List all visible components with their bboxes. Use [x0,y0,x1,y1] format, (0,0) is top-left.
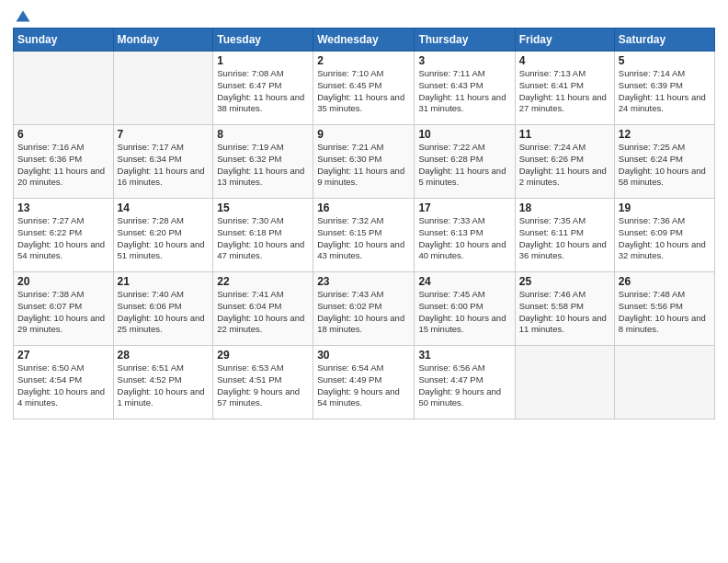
day-info: Sunrise: 7:13 AM Sunset: 6:41 PM Dayligh… [519,68,610,115]
day-number: 7 [118,128,210,141]
calendar-cell: 6Sunrise: 7:16 AM Sunset: 6:36 PM Daylig… [14,125,114,199]
calendar-cell [14,52,114,125]
calendar-cell: 9Sunrise: 7:21 AM Sunset: 6:30 PM Daylig… [313,125,415,199]
day-info: Sunrise: 7:11 AM Sunset: 6:43 PM Dayligh… [418,68,510,115]
day-info: Sunrise: 7:46 AM Sunset: 5:58 PM Dayligh… [519,289,610,336]
calendar-cell: 31Sunrise: 6:56 AM Sunset: 4:47 PM Dayli… [415,346,515,419]
day-number: 30 [317,349,410,362]
day-info: Sunrise: 7:43 AM Sunset: 6:02 PM Dayligh… [317,289,410,336]
calendar-header-thursday: Thursday [415,29,515,52]
day-number: 10 [418,128,510,141]
calendar-cell [614,346,714,419]
day-info: Sunrise: 7:10 AM Sunset: 6:45 PM Dayligh… [317,68,410,115]
day-info: Sunrise: 7:16 AM Sunset: 6:36 PM Dayligh… [17,142,109,189]
day-info: Sunrise: 7:32 AM Sunset: 6:15 PM Dayligh… [317,215,410,262]
day-info: Sunrise: 7:35 AM Sunset: 6:11 PM Dayligh… [519,215,610,262]
day-number: 1 [217,54,309,67]
day-number: 18 [519,201,610,214]
day-info: Sunrise: 7:36 AM Sunset: 6:09 PM Dayligh… [619,215,711,262]
day-info: Sunrise: 7:24 AM Sunset: 6:26 PM Dayligh… [519,142,610,189]
calendar: SundayMondayTuesdayWednesdayThursdayFrid… [13,28,715,419]
day-number: 16 [317,201,410,214]
day-info: Sunrise: 7:14 AM Sunset: 6:39 PM Dayligh… [619,68,711,115]
calendar-cell [515,346,614,419]
day-number: 12 [619,128,711,141]
day-number: 20 [17,275,109,288]
day-number: 19 [619,201,711,214]
day-number: 25 [519,275,610,288]
calendar-cell: 13Sunrise: 7:27 AM Sunset: 6:22 PM Dayli… [14,199,114,272]
calendar-cell: 15Sunrise: 7:30 AM Sunset: 6:18 PM Dayli… [213,199,313,272]
calendar-cell: 26Sunrise: 7:48 AM Sunset: 5:56 PM Dayli… [614,272,714,346]
day-info: Sunrise: 7:22 AM Sunset: 6:28 PM Dayligh… [418,142,510,189]
calendar-cell: 19Sunrise: 7:36 AM Sunset: 6:09 PM Dayli… [614,199,714,272]
day-info: Sunrise: 7:40 AM Sunset: 6:06 PM Dayligh… [118,289,210,336]
day-number: 9 [317,128,410,141]
calendar-header-saturday: Saturday [614,29,714,52]
day-number: 24 [418,275,510,288]
calendar-cell: 16Sunrise: 7:32 AM Sunset: 6:15 PM Dayli… [313,199,415,272]
day-info: Sunrise: 6:50 AM Sunset: 4:54 PM Dayligh… [17,362,109,409]
day-number: 2 [317,54,410,67]
calendar-cell: 10Sunrise: 7:22 AM Sunset: 6:28 PM Dayli… [415,125,515,199]
calendar-cell: 5Sunrise: 7:14 AM Sunset: 6:39 PM Daylig… [614,52,714,125]
calendar-cell: 24Sunrise: 7:45 AM Sunset: 6:00 PM Dayli… [415,272,515,346]
day-info: Sunrise: 7:28 AM Sunset: 6:20 PM Dayligh… [118,215,210,262]
day-number: 29 [217,349,309,362]
calendar-cell: 27Sunrise: 6:50 AM Sunset: 4:54 PM Dayli… [14,346,114,419]
day-info: Sunrise: 7:08 AM Sunset: 6:47 PM Dayligh… [217,68,309,115]
day-number: 26 [619,275,711,288]
calendar-cell: 20Sunrise: 7:38 AM Sunset: 6:07 PM Dayli… [14,272,114,346]
calendar-cell: 3Sunrise: 7:11 AM Sunset: 6:43 PM Daylig… [415,52,515,125]
svg-marker-0 [17,11,30,22]
day-info: Sunrise: 7:38 AM Sunset: 6:07 PM Dayligh… [17,289,109,336]
calendar-cell [113,52,213,125]
day-number: 27 [17,349,109,362]
day-info: Sunrise: 6:56 AM Sunset: 4:47 PM Dayligh… [418,362,510,409]
calendar-cell: 23Sunrise: 7:43 AM Sunset: 6:02 PM Dayli… [313,272,415,346]
day-number: 13 [17,201,109,214]
day-info: Sunrise: 6:53 AM Sunset: 4:51 PM Dayligh… [217,362,309,409]
calendar-cell: 18Sunrise: 7:35 AM Sunset: 6:11 PM Dayli… [515,199,614,272]
calendar-cell: 12Sunrise: 7:25 AM Sunset: 6:24 PM Dayli… [614,125,714,199]
calendar-week-1: 1Sunrise: 7:08 AM Sunset: 6:47 PM Daylig… [14,52,715,125]
calendar-cell: 28Sunrise: 6:51 AM Sunset: 4:52 PM Dayli… [113,346,213,419]
calendar-header-row: SundayMondayTuesdayWednesdayThursdayFrid… [14,29,715,52]
calendar-header-monday: Monday [113,29,213,52]
day-number: 31 [418,349,510,362]
calendar-cell: 2Sunrise: 7:10 AM Sunset: 6:45 PM Daylig… [313,52,415,125]
day-number: 15 [217,201,309,214]
day-info: Sunrise: 7:21 AM Sunset: 6:30 PM Dayligh… [317,142,410,189]
calendar-cell: 29Sunrise: 6:53 AM Sunset: 4:51 PM Dayli… [213,346,313,419]
calendar-header-wednesday: Wednesday [313,29,415,52]
day-number: 5 [619,54,711,67]
day-number: 6 [17,128,109,141]
calendar-cell: 17Sunrise: 7:33 AM Sunset: 6:13 PM Dayli… [415,199,515,272]
calendar-cell: 4Sunrise: 7:13 AM Sunset: 6:41 PM Daylig… [515,52,614,125]
calendar-cell: 21Sunrise: 7:40 AM Sunset: 6:06 PM Dayli… [113,272,213,346]
day-info: Sunrise: 7:27 AM Sunset: 6:22 PM Dayligh… [17,215,109,262]
logo-text [13,9,31,26]
day-info: Sunrise: 7:41 AM Sunset: 6:04 PM Dayligh… [217,289,309,336]
day-info: Sunrise: 7:48 AM Sunset: 5:56 PM Dayligh… [619,289,711,336]
day-number: 8 [217,128,309,141]
day-info: Sunrise: 7:17 AM Sunset: 6:34 PM Dayligh… [118,142,210,189]
logo-icon [15,9,31,26]
calendar-cell: 25Sunrise: 7:46 AM Sunset: 5:58 PM Dayli… [515,272,614,346]
day-number: 4 [519,54,610,67]
day-info: Sunrise: 7:25 AM Sunset: 6:24 PM Dayligh… [619,142,711,189]
calendar-cell: 8Sunrise: 7:19 AM Sunset: 6:32 PM Daylig… [213,125,313,199]
calendar-week-3: 13Sunrise: 7:27 AM Sunset: 6:22 PM Dayli… [14,199,715,272]
calendar-header-friday: Friday [515,29,614,52]
calendar-week-5: 27Sunrise: 6:50 AM Sunset: 4:54 PM Dayli… [14,346,715,419]
day-info: Sunrise: 7:19 AM Sunset: 6:32 PM Dayligh… [217,142,309,189]
calendar-header-sunday: Sunday [14,29,114,52]
calendar-week-2: 6Sunrise: 7:16 AM Sunset: 6:36 PM Daylig… [14,125,715,199]
header [13,9,715,24]
day-number: 23 [317,275,410,288]
day-info: Sunrise: 6:54 AM Sunset: 4:49 PM Dayligh… [317,362,410,409]
calendar-header-tuesday: Tuesday [213,29,313,52]
day-info: Sunrise: 6:51 AM Sunset: 4:52 PM Dayligh… [118,362,210,409]
calendar-cell: 1Sunrise: 7:08 AM Sunset: 6:47 PM Daylig… [213,52,313,125]
day-number: 21 [118,275,210,288]
